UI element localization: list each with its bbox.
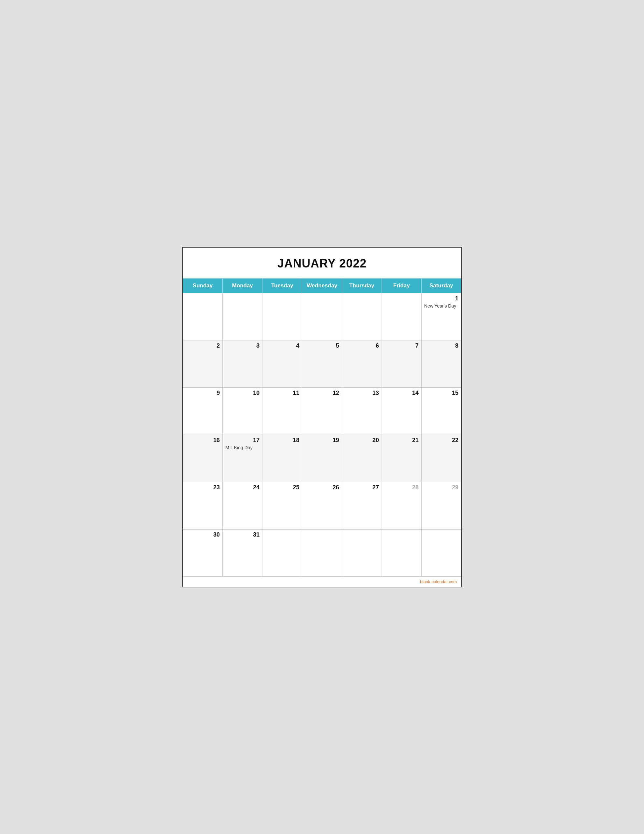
- day-cell: [342, 293, 382, 340]
- event-label: M L King Day: [225, 445, 260, 450]
- day-number: 2: [186, 343, 220, 349]
- day-number: 21: [384, 437, 419, 444]
- day-cell: 10: [223, 387, 262, 435]
- day-cell: [302, 529, 342, 576]
- day-number: 14: [384, 390, 419, 396]
- day-cell: 13: [342, 387, 382, 435]
- header-cell-tuesday: Tuesday: [262, 278, 302, 293]
- day-number: 27: [345, 484, 379, 491]
- day-number: 6: [345, 343, 379, 349]
- day-cell: 22: [421, 435, 461, 482]
- day-cell: 3: [223, 340, 262, 387]
- day-number: 1: [424, 295, 458, 302]
- day-cell: 2: [183, 340, 223, 387]
- day-number: 25: [265, 484, 299, 491]
- week-row-3: 1617M L King Day1819202122: [183, 435, 462, 482]
- day-number: 10: [225, 390, 260, 396]
- day-cell: 31: [223, 529, 262, 576]
- day-cell: 26: [302, 482, 342, 529]
- header-cell-friday: Friday: [382, 278, 421, 293]
- day-cell: 15: [421, 387, 461, 435]
- day-cell: 30: [183, 529, 223, 576]
- day-cell: [421, 529, 461, 576]
- day-cell: 14: [382, 387, 421, 435]
- day-cell: 28: [382, 482, 421, 529]
- header-cell-saturday: Saturday: [421, 278, 461, 293]
- day-number: 18: [265, 437, 299, 444]
- day-cell: 1New Year's Day: [421, 293, 461, 340]
- day-number: 30: [186, 531, 220, 538]
- calendar-container: JANUARY 2022 SundayMondayTuesdayWednesda…: [182, 247, 462, 587]
- header-row: SundayMondayTuesdayWednesdayThursdayFrid…: [183, 278, 462, 293]
- day-cell: [382, 529, 421, 576]
- week-row-0: 1New Year's Day: [183, 293, 462, 340]
- week-row-1: 2345678: [183, 340, 462, 387]
- day-number: 11: [265, 390, 299, 396]
- day-number: 31: [225, 531, 260, 538]
- day-cell: [382, 293, 421, 340]
- day-number: 16: [186, 437, 220, 444]
- day-cell: [302, 293, 342, 340]
- day-cell: 4: [262, 340, 302, 387]
- day-cell: 24: [223, 482, 262, 529]
- day-cell: 7: [382, 340, 421, 387]
- day-number: 23: [186, 484, 220, 491]
- footer-credit: blank-calendar.com: [182, 577, 462, 587]
- week-row-4: 23242526272829: [183, 482, 462, 529]
- week-row-2: 9101112131415: [183, 387, 462, 435]
- day-cell: 19: [302, 435, 342, 482]
- day-number: 24: [225, 484, 260, 491]
- week-row-5: 3031: [183, 529, 462, 576]
- day-number: 26: [305, 484, 339, 491]
- day-cell: 8: [421, 340, 461, 387]
- day-number: 29: [424, 484, 458, 491]
- day-cell: 20: [342, 435, 382, 482]
- calendar-title: JANUARY 2022: [182, 247, 462, 278]
- day-cell: 21: [382, 435, 421, 482]
- header-cell-monday: Monday: [223, 278, 262, 293]
- day-cell: 11: [262, 387, 302, 435]
- day-cell: [262, 293, 302, 340]
- day-cell: [342, 529, 382, 576]
- day-cell: 27: [342, 482, 382, 529]
- day-cell: 29: [421, 482, 461, 529]
- calendar-table: SundayMondayTuesdayWednesdayThursdayFrid…: [182, 278, 462, 577]
- day-cell: [262, 529, 302, 576]
- day-number: 15: [424, 390, 458, 396]
- day-cell: 5: [302, 340, 342, 387]
- day-number: 8: [424, 343, 458, 349]
- day-cell: 16: [183, 435, 223, 482]
- day-number: 17: [225, 437, 260, 444]
- day-number: 20: [345, 437, 379, 444]
- day-cell: 12: [302, 387, 342, 435]
- day-number: 3: [225, 343, 260, 349]
- day-number: 7: [384, 343, 419, 349]
- day-cell: 18: [262, 435, 302, 482]
- header-cell-thursday: Thursday: [342, 278, 382, 293]
- event-label: New Year's Day: [424, 303, 458, 309]
- day-number: 19: [305, 437, 339, 444]
- day-number: 5: [305, 343, 339, 349]
- day-cell: 17M L King Day: [223, 435, 262, 482]
- day-number: 4: [265, 343, 299, 349]
- day-cell: 23: [183, 482, 223, 529]
- day-number: 13: [345, 390, 379, 396]
- day-number: 28: [384, 484, 419, 491]
- day-cell: 6: [342, 340, 382, 387]
- header-cell-sunday: Sunday: [183, 278, 223, 293]
- day-cell: [183, 293, 223, 340]
- day-cell: 25: [262, 482, 302, 529]
- day-number: 9: [186, 390, 220, 396]
- header-cell-wednesday: Wednesday: [302, 278, 342, 293]
- day-number: 12: [305, 390, 339, 396]
- day-number: 22: [424, 437, 458, 444]
- day-cell: 9: [183, 387, 223, 435]
- day-cell: [223, 293, 262, 340]
